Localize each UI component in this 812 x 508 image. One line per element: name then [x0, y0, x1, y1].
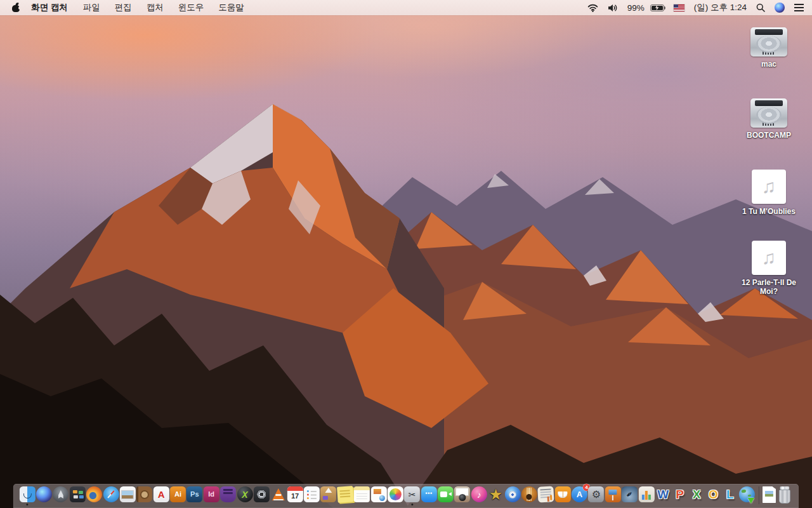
messages-dock-icon[interactable]: ••• [421, 486, 437, 502]
numbers-dock-icon[interactable] [638, 486, 654, 502]
trash-dock-icon[interactable] [776, 486, 792, 502]
internet-download-dock-icon[interactable] [739, 486, 755, 502]
screen: 화면 캡처 파일편집캡처윈도우도움말 99% (일) 오후 1:24 [0, 0, 812, 508]
pages-dock-icon[interactable]: ✒ [622, 486, 638, 502]
menu-편집[interactable]: 편집 [115, 2, 132, 13]
menu-윈도우[interactable]: 윈도우 [178, 2, 204, 13]
menu-도움말[interactable]: 도움말 [218, 2, 244, 13]
apple-menu-icon[interactable] [12, 4, 20, 12]
menu-bar-menus: 파일편집캡처윈도우도움말 [83, 2, 244, 13]
word-dock-icon[interactable]: W [655, 486, 671, 502]
ibooks-dock-icon[interactable] [555, 486, 571, 502]
newspaper-app-dock-icon[interactable] [538, 486, 554, 502]
notification-center-icon[interactable] [794, 4, 804, 11]
desktop-icon-label: 12 Parle-T-Il De Moi? [736, 278, 802, 297]
volume-icon[interactable] [608, 4, 618, 12]
menu-파일[interactable]: 파일 [83, 2, 100, 13]
jpeg-file-dock-icon[interactable] [763, 486, 776, 503]
desktop-icon-label: BOOTCAMP [747, 131, 791, 140]
battery-charging-icon[interactable] [650, 4, 664, 11]
x-app-dock-icon[interactable]: X [237, 486, 252, 502]
menu-캡처[interactable]: 캡처 [147, 2, 164, 13]
app-store-dock-icon[interactable]: A4 [572, 486, 587, 502]
siri-dock-icon[interactable] [36, 486, 52, 502]
system-preferences-dock-icon[interactable]: ⚙ [588, 486, 604, 502]
desktop-icon-label: 1 Tu M'Oublies [742, 207, 796, 216]
stickies-dock-icon[interactable] [337, 486, 354, 503]
disk-utility-dock-icon[interactable] [254, 486, 270, 502]
preview-dock-icon[interactable] [120, 486, 136, 502]
lync-dock-icon[interactable]: L [722, 486, 738, 502]
dock: AAiPsIdX17✂•••♪★A4⚙✒WPXOL [13, 484, 799, 508]
iweb-dock-icon[interactable] [370, 486, 386, 502]
input-source-us-flag-icon[interactable] [674, 4, 684, 11]
audio-icon: ♫ [752, 170, 786, 204]
music-note-icon: ♫ [762, 247, 776, 269]
siri-menu-icon[interactable] [775, 3, 785, 13]
photo-booth-dock-icon[interactable] [454, 486, 470, 502]
keynote-dock-icon[interactable] [605, 486, 621, 502]
menu-bar-status: 99% (일) 오후 1:24 [587, 2, 804, 13]
grab-dock-icon[interactable]: ✂ [404, 486, 420, 502]
wifi-icon[interactable] [587, 4, 598, 12]
dvd-player-dock-icon[interactable] [504, 486, 520, 502]
drive-icon [750, 27, 787, 57]
desktop-icon-bootcamp[interactable]: BOOTCAMP [736, 98, 802, 170]
itunes-dock-icon[interactable]: ♪ [471, 486, 487, 502]
notes-dock-icon[interactable] [354, 486, 370, 502]
audio-icon: ♫ [752, 241, 786, 275]
running-indicator [27, 504, 29, 505]
vlc-dock-icon[interactable] [270, 486, 286, 502]
desktop-icon-tu-moublies[interactable]: ♫1 Tu M'Oublies [736, 170, 802, 241]
indesign-dock-icon[interactable]: Id [204, 486, 219, 502]
stuffit-expander-dock-icon[interactable] [320, 486, 336, 502]
photoshop-dock-icon[interactable]: Ps [187, 486, 202, 502]
reminders-dock-icon[interactable] [304, 486, 320, 502]
finder-dock-icon[interactable] [20, 486, 36, 502]
running-indicator [411, 504, 413, 505]
facetime-dock-icon[interactable] [438, 486, 454, 502]
desktop[interactable]: macBOOTCAMP♫1 Tu M'Oublies♫12 Parle-T-Il… [0, 15, 812, 508]
wallpaper-mountains [0, 15, 812, 508]
desktop-icon-label: mac [761, 60, 776, 69]
desktop-icon-mac[interactable]: mac [736, 27, 802, 98]
garageband-dock-icon[interactable] [521, 486, 537, 502]
desktop-icon-parle-t-il-de-moi[interactable]: ♫12 Parle-T-Il De Moi? [736, 241, 802, 312]
imovie-dock-icon[interactable]: ★ [488, 486, 504, 502]
launchpad-dock-icon[interactable] [53, 486, 69, 502]
contacts-dock-icon[interactable] [136, 486, 152, 502]
dock-items: AAiPsIdX17✂•••♪★A4⚙✒WPXOL [19, 486, 793, 504]
calendar-dock-icon[interactable]: 17 [287, 486, 303, 502]
active-app-name[interactable]: 화면 캡처 [31, 2, 68, 13]
menu-bar-clock[interactable]: (일) 오후 1:24 [694, 2, 747, 13]
mission-control-dock-icon[interactable] [70, 486, 86, 502]
outlook-dock-icon[interactable]: O [705, 486, 721, 502]
drive-icon [750, 98, 787, 128]
spotlight-icon[interactable] [756, 3, 765, 12]
firefox-dock-icon[interactable] [86, 486, 102, 502]
menu-bar: 화면 캡처 파일편집캡처윈도우도움말 99% (일) 오후 1:24 [0, 0, 812, 15]
music-note-icon: ♫ [762, 176, 776, 197]
menu-bar-left: 화면 캡처 파일편집캡처윈도우도움말 [0, 2, 244, 13]
battery-percent: 99% [627, 3, 645, 13]
dock-divider [758, 486, 759, 504]
illustrator-dock-icon[interactable]: Ai [170, 486, 186, 502]
powerpoint-dock-icon[interactable]: P [672, 486, 688, 502]
safari-dock-icon[interactable] [103, 486, 119, 502]
acrobat-reader-dock-icon[interactable]: A [154, 486, 169, 502]
desktop-icons: macBOOTCAMP♫1 Tu M'Oublies♫12 Parle-T-Il… [736, 27, 802, 312]
toast-dock-icon[interactable] [220, 486, 236, 502]
photos-dock-icon[interactable] [388, 486, 403, 502]
excel-dock-icon[interactable]: X [689, 486, 705, 502]
